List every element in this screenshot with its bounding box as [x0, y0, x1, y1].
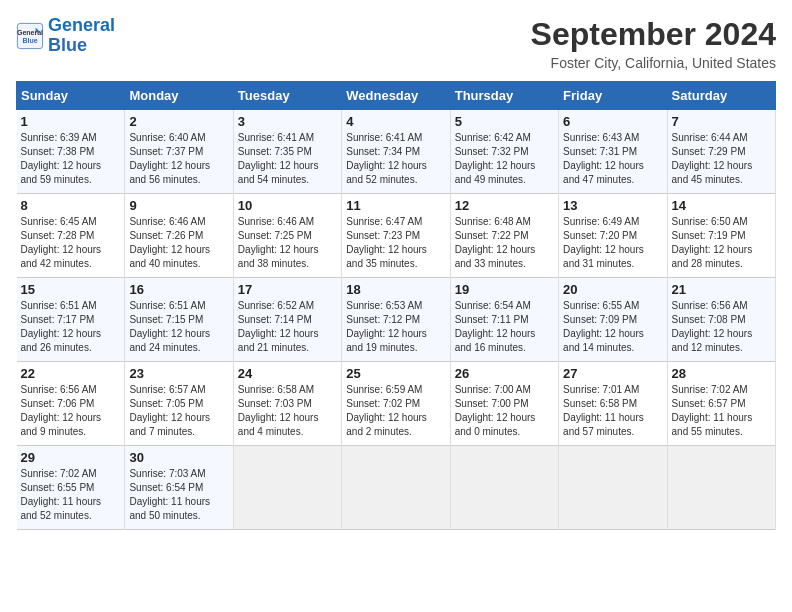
- day-detail: Sunrise: 6:39 AM Sunset: 7:38 PM Dayligh…: [21, 131, 121, 187]
- day-number: 28: [672, 366, 771, 381]
- day-header-sunday: Sunday: [17, 82, 125, 110]
- calendar-cell: 15Sunrise: 6:51 AM Sunset: 7:17 PM Dayli…: [17, 278, 125, 362]
- calendar-cell: 11Sunrise: 6:47 AM Sunset: 7:23 PM Dayli…: [342, 194, 450, 278]
- calendar-cell: 29Sunrise: 7:02 AM Sunset: 6:55 PM Dayli…: [17, 446, 125, 530]
- location: Foster City, California, United States: [531, 55, 776, 71]
- calendar-cell: 5Sunrise: 6:42 AM Sunset: 7:32 PM Daylig…: [450, 110, 558, 194]
- day-number: 29: [21, 450, 121, 465]
- day-detail: Sunrise: 6:43 AM Sunset: 7:31 PM Dayligh…: [563, 131, 662, 187]
- svg-text:Blue: Blue: [22, 37, 37, 44]
- day-number: 18: [346, 282, 445, 297]
- calendar-cell: 9Sunrise: 6:46 AM Sunset: 7:26 PM Daylig…: [125, 194, 233, 278]
- day-detail: Sunrise: 6:51 AM Sunset: 7:15 PM Dayligh…: [129, 299, 228, 355]
- day-number: 12: [455, 198, 554, 213]
- calendar-cell: 7Sunrise: 6:44 AM Sunset: 7:29 PM Daylig…: [667, 110, 775, 194]
- calendar-cell: [342, 446, 450, 530]
- day-detail: Sunrise: 6:51 AM Sunset: 7:17 PM Dayligh…: [21, 299, 121, 355]
- day-number: 16: [129, 282, 228, 297]
- day-number: 30: [129, 450, 228, 465]
- calendar-cell: [559, 446, 667, 530]
- calendar-cell: 28Sunrise: 7:02 AM Sunset: 6:57 PM Dayli…: [667, 362, 775, 446]
- day-number: 1: [21, 114, 121, 129]
- day-number: 23: [129, 366, 228, 381]
- calendar-cell: 3Sunrise: 6:41 AM Sunset: 7:35 PM Daylig…: [233, 110, 341, 194]
- week-row-3: 15Sunrise: 6:51 AM Sunset: 7:17 PM Dayli…: [17, 278, 776, 362]
- day-number: 2: [129, 114, 228, 129]
- calendar-cell: 12Sunrise: 6:48 AM Sunset: 7:22 PM Dayli…: [450, 194, 558, 278]
- day-number: 27: [563, 366, 662, 381]
- day-number: 7: [672, 114, 771, 129]
- day-detail: Sunrise: 6:56 AM Sunset: 7:08 PM Dayligh…: [672, 299, 771, 355]
- day-number: 14: [672, 198, 771, 213]
- calendar-cell: 2Sunrise: 6:40 AM Sunset: 7:37 PM Daylig…: [125, 110, 233, 194]
- day-detail: Sunrise: 6:54 AM Sunset: 7:11 PM Dayligh…: [455, 299, 554, 355]
- day-number: 19: [455, 282, 554, 297]
- day-number: 25: [346, 366, 445, 381]
- day-number: 3: [238, 114, 337, 129]
- calendar-cell: [667, 446, 775, 530]
- day-detail: Sunrise: 6:58 AM Sunset: 7:03 PM Dayligh…: [238, 383, 337, 439]
- day-number: 17: [238, 282, 337, 297]
- day-detail: Sunrise: 6:40 AM Sunset: 7:37 PM Dayligh…: [129, 131, 228, 187]
- week-row-4: 22Sunrise: 6:56 AM Sunset: 7:06 PM Dayli…: [17, 362, 776, 446]
- calendar-cell: 14Sunrise: 6:50 AM Sunset: 7:19 PM Dayli…: [667, 194, 775, 278]
- day-number: 9: [129, 198, 228, 213]
- svg-rect-0: [17, 23, 42, 48]
- calendar-cell: 22Sunrise: 6:56 AM Sunset: 7:06 PM Dayli…: [17, 362, 125, 446]
- day-number: 13: [563, 198, 662, 213]
- day-detail: Sunrise: 6:59 AM Sunset: 7:02 PM Dayligh…: [346, 383, 445, 439]
- logo-icon: General Blue: [16, 22, 44, 50]
- day-number: 21: [672, 282, 771, 297]
- month-title: September 2024: [531, 16, 776, 53]
- day-detail: Sunrise: 6:48 AM Sunset: 7:22 PM Dayligh…: [455, 215, 554, 271]
- calendar-cell: 17Sunrise: 6:52 AM Sunset: 7:14 PM Dayli…: [233, 278, 341, 362]
- day-detail: Sunrise: 7:03 AM Sunset: 6:54 PM Dayligh…: [129, 467, 228, 523]
- calendar-cell: 18Sunrise: 6:53 AM Sunset: 7:12 PM Dayli…: [342, 278, 450, 362]
- day-header-monday: Monday: [125, 82, 233, 110]
- logo: General Blue GeneralBlue: [16, 16, 115, 56]
- day-detail: Sunrise: 6:52 AM Sunset: 7:14 PM Dayligh…: [238, 299, 337, 355]
- day-detail: Sunrise: 6:57 AM Sunset: 7:05 PM Dayligh…: [129, 383, 228, 439]
- day-detail: Sunrise: 7:02 AM Sunset: 6:57 PM Dayligh…: [672, 383, 771, 439]
- calendar-cell: 10Sunrise: 6:46 AM Sunset: 7:25 PM Dayli…: [233, 194, 341, 278]
- week-row-2: 8Sunrise: 6:45 AM Sunset: 7:28 PM Daylig…: [17, 194, 776, 278]
- day-number: 4: [346, 114, 445, 129]
- day-number: 15: [21, 282, 121, 297]
- week-row-1: 1Sunrise: 6:39 AM Sunset: 7:38 PM Daylig…: [17, 110, 776, 194]
- day-detail: Sunrise: 6:49 AM Sunset: 7:20 PM Dayligh…: [563, 215, 662, 271]
- day-number: 22: [21, 366, 121, 381]
- day-detail: Sunrise: 6:53 AM Sunset: 7:12 PM Dayligh…: [346, 299, 445, 355]
- day-detail: Sunrise: 7:01 AM Sunset: 6:58 PM Dayligh…: [563, 383, 662, 439]
- day-number: 11: [346, 198, 445, 213]
- calendar-cell: [450, 446, 558, 530]
- day-number: 5: [455, 114, 554, 129]
- day-detail: Sunrise: 6:41 AM Sunset: 7:34 PM Dayligh…: [346, 131, 445, 187]
- day-detail: Sunrise: 6:56 AM Sunset: 7:06 PM Dayligh…: [21, 383, 121, 439]
- day-detail: Sunrise: 6:55 AM Sunset: 7:09 PM Dayligh…: [563, 299, 662, 355]
- day-header-tuesday: Tuesday: [233, 82, 341, 110]
- calendar-table: SundayMondayTuesdayWednesdayThursdayFrid…: [16, 81, 776, 530]
- day-detail: Sunrise: 6:47 AM Sunset: 7:23 PM Dayligh…: [346, 215, 445, 271]
- calendar-cell: 20Sunrise: 6:55 AM Sunset: 7:09 PM Dayli…: [559, 278, 667, 362]
- day-detail: Sunrise: 6:45 AM Sunset: 7:28 PM Dayligh…: [21, 215, 121, 271]
- calendar-cell: 25Sunrise: 6:59 AM Sunset: 7:02 PM Dayli…: [342, 362, 450, 446]
- calendar-cell: 16Sunrise: 6:51 AM Sunset: 7:15 PM Dayli…: [125, 278, 233, 362]
- calendar-cell: 1Sunrise: 6:39 AM Sunset: 7:38 PM Daylig…: [17, 110, 125, 194]
- day-detail: Sunrise: 6:41 AM Sunset: 7:35 PM Dayligh…: [238, 131, 337, 187]
- day-number: 26: [455, 366, 554, 381]
- day-header-wednesday: Wednesday: [342, 82, 450, 110]
- calendar-cell: [233, 446, 341, 530]
- day-header-friday: Friday: [559, 82, 667, 110]
- calendar-cell: 8Sunrise: 6:45 AM Sunset: 7:28 PM Daylig…: [17, 194, 125, 278]
- calendar-cell: 30Sunrise: 7:03 AM Sunset: 6:54 PM Dayli…: [125, 446, 233, 530]
- day-number: 8: [21, 198, 121, 213]
- calendar-cell: 26Sunrise: 7:00 AM Sunset: 7:00 PM Dayli…: [450, 362, 558, 446]
- day-detail: Sunrise: 7:00 AM Sunset: 7:00 PM Dayligh…: [455, 383, 554, 439]
- day-detail: Sunrise: 6:46 AM Sunset: 7:26 PM Dayligh…: [129, 215, 228, 271]
- calendar-cell: 19Sunrise: 6:54 AM Sunset: 7:11 PM Dayli…: [450, 278, 558, 362]
- day-detail: Sunrise: 6:42 AM Sunset: 7:32 PM Dayligh…: [455, 131, 554, 187]
- calendar-cell: 24Sunrise: 6:58 AM Sunset: 7:03 PM Dayli…: [233, 362, 341, 446]
- day-detail: Sunrise: 6:50 AM Sunset: 7:19 PM Dayligh…: [672, 215, 771, 271]
- day-detail: Sunrise: 6:46 AM Sunset: 7:25 PM Dayligh…: [238, 215, 337, 271]
- logo-text: GeneralBlue: [48, 16, 115, 56]
